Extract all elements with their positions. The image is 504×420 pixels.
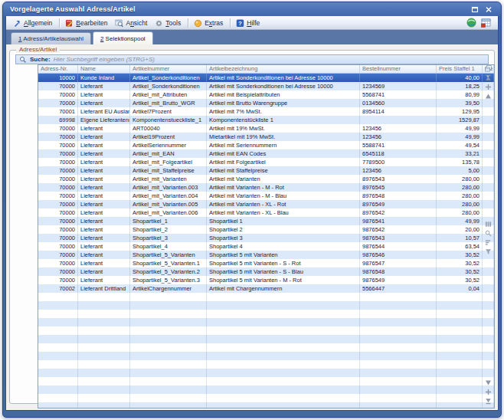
- view-icon: [115, 18, 123, 28]
- table-row[interactable]: 70000LieferantArtikel_mit_Varianten.005A…: [38, 200, 494, 208]
- table-row[interactable]: 70000LieferantArtikel_mit_AttributenArti…: [38, 90, 494, 99]
- table-row[interactable]: 70000LieferantArtikel_SonderkonditionenA…: [38, 82, 494, 90]
- filter-icon[interactable]: [484, 248, 493, 256]
- table-row[interactable]: 70000LieferantShopartikel_5_Varianten.3S…: [38, 276, 494, 284]
- table-row[interactable]: 69998Eigene Lieferantennummer-FirmaKompo…: [38, 116, 494, 124]
- scroll-up-icon[interactable]: [484, 92, 493, 100]
- scroll-down-icon[interactable]: [484, 379, 493, 387]
- cell-adress: 70000: [38, 141, 78, 149]
- cell-adress: 70000: [38, 267, 78, 276]
- article-grid: Adress-Nr.NameArtikelnummerArtikelbezeic…: [38, 64, 495, 409]
- cell-preis: [437, 360, 483, 369]
- selection-grid-icon[interactable]: [481, 18, 491, 28]
- cell-preis: 30,52: [437, 267, 483, 276]
- table-row-empty[interactable]: [38, 318, 494, 326]
- table-row[interactable]: 70000LieferantShopartikel_4Shopartikel 4…: [38, 242, 494, 251]
- cell-bestellnummer: [360, 310, 437, 318]
- table-row[interactable]: 70000LieferantShopartikel_5_Varianten.2S…: [38, 267, 494, 276]
- table-row[interactable]: 70000LieferantShopartikel_1Shopartikel 1…: [38, 217, 494, 225]
- table-row[interactable]: 70000LieferantShopartikel_2Shopartikel 2…: [38, 225, 494, 234]
- tab-2[interactable]: 2 Selektionspool: [93, 31, 153, 44]
- table-row-empty[interactable]: [38, 394, 494, 402]
- cell-bestellnummer: 1234569: [360, 82, 437, 90]
- scroll-marker-icon[interactable]: [484, 83, 493, 91]
- menu-item-hilfe[interactable]: ?Hilfe: [233, 18, 264, 28]
- table-row[interactable]: 70000LieferantArtikel_mit_EANArtikel mit…: [38, 149, 494, 158]
- table-row[interactable]: 70000LieferantART00040Artikel mit 19% Mw…: [38, 124, 494, 133]
- cell-preis: 280,00: [437, 183, 483, 192]
- menu-item-allgemein[interactable]: Allgemein: [10, 18, 57, 28]
- table-row[interactable]: 70000LieferantShopartikel_3Shopartikel 3…: [38, 234, 494, 242]
- arrow-ne-icon: [13, 18, 21, 28]
- cell-bezeichnung: Artikel mit Brutto Warengruppe: [207, 99, 360, 107]
- table-row[interactable]: 70000LieferantShopartikel_5_VariantenSho…: [38, 251, 494, 259]
- cell-name: Lieferant: [78, 149, 130, 158]
- cell-bezeichnung: Shopartikel 5 mit Varianten - M - Rot: [207, 276, 360, 284]
- table-row[interactable]: 70000LieferantArtikel_mit_Varianten.003A…: [38, 183, 494, 192]
- scroll-to-bottom-icon[interactable]: [484, 397, 493, 405]
- table-row-empty[interactable]: [38, 343, 494, 352]
- table-row-empty[interactable]: [38, 377, 494, 386]
- table-row-empty[interactable]: [38, 386, 494, 394]
- cell-artikelnummer: Artikel_Sonderkonditionen: [130, 74, 207, 82]
- table-row[interactable]: 70000LieferantArtikel19ProzentMietartike…: [38, 133, 494, 141]
- columns-icon[interactable]: [484, 220, 493, 228]
- column-header-adress[interactable]: Adress-Nr.: [38, 65, 78, 73]
- screen: Vorgelagerte Auswahl Adress/Artikel Allg…: [0, 0, 504, 420]
- table-row[interactable]: 70000LieferantArtikel_mit_Varianten.004A…: [38, 192, 494, 200]
- table-row-empty[interactable]: [38, 301, 494, 310]
- column-header-bezeichnung[interactable]: Artikelbezeichnung: [207, 65, 360, 73]
- cell-artikelnummer: Artikel19Prozent: [130, 133, 207, 141]
- column-header-name[interactable]: Name: [78, 65, 130, 73]
- restore-button[interactable]: [470, 5, 480, 14]
- search-input[interactable]: Suche: Hier Suchbegriff eingeben (STRG+S…: [15, 54, 489, 64]
- cell-bezeichnung: [207, 386, 360, 394]
- close-button[interactable]: [483, 5, 494, 14]
- table-row[interactable]: 70002Lieferant DrittlandArtikelChargennu…: [38, 284, 494, 293]
- table-row-empty[interactable]: [38, 360, 494, 369]
- cell-bestellnummer: 9876544: [360, 242, 437, 251]
- table-row[interactable]: 10000Kunde InlandArtikel_Sonderkondition…: [38, 74, 494, 82]
- globe-icon[interactable]: [466, 18, 476, 28]
- table-row[interactable]: 70000LieferantShopartikel_5_Varianten.1S…: [38, 259, 494, 267]
- menu-item-label: Bearbeiten: [76, 19, 107, 27]
- table-row[interactable]: 70000LieferantArtikel_mit_Brutto_WGRArti…: [38, 99, 494, 107]
- table-row-empty[interactable]: [38, 326, 494, 335]
- adress-artikel-groupbox: Adress/Artikel Suche: Hier Suchbegriff e…: [9, 50, 495, 404]
- tab-1[interactable]: 1 Adress/Artikelauswahl: [11, 32, 91, 44]
- column-header-preis[interactable]: Preis Staffel 1: [437, 65, 483, 73]
- cell-preis: 49,99: [437, 133, 483, 141]
- menu-item-ansicht[interactable]: Ansicht: [112, 18, 152, 28]
- table-row[interactable]: 70000LieferantArtikel_mit_StaffelpreiseA…: [38, 166, 494, 175]
- table-row-empty[interactable]: [38, 310, 494, 318]
- cell-adress: [38, 310, 78, 318]
- cell-artikelnummer: [130, 318, 207, 326]
- search-icon[interactable]: [484, 229, 493, 238]
- table-row-empty[interactable]: [38, 293, 494, 301]
- column-chooser-icon[interactable]: [484, 64, 493, 73]
- cell-bezeichnung: Shopartikel 4: [207, 242, 360, 251]
- table-row-empty[interactable]: [38, 402, 494, 409]
- cell-bestellnummer: [360, 386, 437, 394]
- cell-name: Lieferant: [78, 99, 130, 107]
- table-row-empty[interactable]: [38, 335, 494, 343]
- cell-preis: 280,00: [437, 192, 483, 200]
- column-header-artikelnummer[interactable]: Artikelnummer: [130, 65, 207, 73]
- table-row-empty[interactable]: [38, 352, 494, 360]
- table-row[interactable]: 70001Lieferant EU AuslandArtikel7Prozent…: [38, 107, 494, 116]
- table-row[interactable]: 70000LieferantArtikel_mit_FolgeartikelAr…: [38, 158, 494, 166]
- menu-item-bearbeiten[interactable]: Bearbeiten: [62, 18, 112, 28]
- cell-preis: 63,54: [437, 242, 483, 251]
- cell-adress: 70000: [38, 208, 78, 217]
- column-header-bestellnummer[interactable]: Bestellnummer: [360, 65, 437, 73]
- sort-icon[interactable]: [484, 238, 493, 247]
- scroll-marker-icon[interactable]: [484, 388, 493, 396]
- cell-bestellnummer: [360, 377, 437, 386]
- table-row[interactable]: 70000LieferantArtikel_mit_Varianten.006A…: [38, 208, 494, 217]
- menu-item-tools[interactable]: Tools: [152, 18, 185, 28]
- table-row[interactable]: 70000LieferantArtikel_mit_VariantenArtik…: [38, 175, 494, 183]
- menu-item-extras[interactable]: Extras: [191, 18, 227, 28]
- scroll-to-top-icon[interactable]: [484, 74, 493, 82]
- table-row-empty[interactable]: [38, 369, 494, 377]
- table-row[interactable]: 70000LieferantArtikelSeriennummerArtikel…: [38, 141, 494, 149]
